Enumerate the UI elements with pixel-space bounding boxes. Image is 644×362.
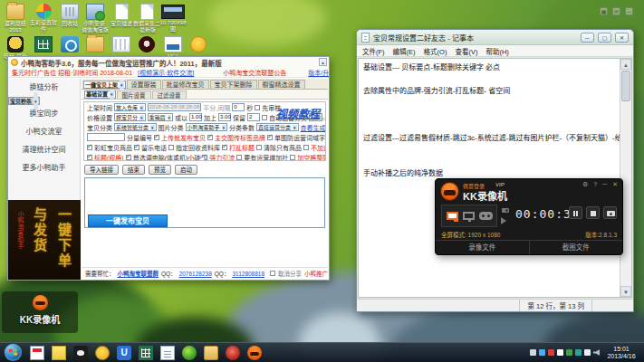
- collapse-button[interactable]: ▴: [319, 58, 327, 66]
- kk-title-bar[interactable]: 佩意登录 VIP KK录像机 ⚙ ? ─ ✕: [436, 179, 622, 203]
- tab-showcase[interactable]: 橱窗精选设置: [258, 80, 305, 89]
- menu-edit[interactable]: 编辑(E): [393, 46, 416, 56]
- multiplier-input[interactable]: 1.00: [189, 113, 202, 121]
- sidebar-item-chatroom[interactable]: 小鸭交流室: [8, 123, 80, 141]
- desktop-icon-installer[interactable]: 小鸭安装·诚信淘宝版: [82, 4, 109, 33]
- space-checkbox[interactable]: [290, 155, 295, 160]
- cancel-share-checkbox[interactable]: [270, 271, 275, 276]
- device-checkbox[interactable]: [126, 155, 131, 160]
- tray-icon-3[interactable]: [548, 349, 554, 356]
- taskbar-item-excel[interactable]: [139, 346, 153, 360]
- sidebar-item-more[interactable]: 更多小鸭助手: [8, 159, 80, 177]
- pause-button[interactable]: [569, 206, 582, 219]
- publish-on-upload-checkbox[interactable]: [154, 135, 159, 140]
- sidebar-item-cleanup[interactable]: 清理统计空间: [8, 141, 80, 159]
- tab-one-key-publish[interactable]: 一键宝贝上架: [83, 81, 126, 89]
- desktop-icon-textfile-2[interactable]: 数据采集二·最新版: [133, 4, 160, 33]
- taskbar-item-kk-recorder[interactable]: [247, 346, 262, 360]
- fullscreen-mode-icon[interactable]: [447, 212, 458, 220]
- tray-icon-2[interactable]: [539, 349, 545, 356]
- promo-banner[interactable]: 小鸭淘客助手 与发货 一键下单: [8, 200, 81, 280]
- contact-link[interactable]: 版本/升级小鸭淘宝管联系: [308, 68, 329, 77]
- batch-no-input[interactable]: [87, 133, 125, 141]
- desktop-icon-textfile-1[interactable]: 宝贝描述: [108, 4, 135, 27]
- seconds-input[interactable]: 0: [232, 103, 245, 111]
- price-mode-select[interactable]: 按宝贝分: [114, 113, 146, 121]
- minimize-icon[interactable]: ─: [602, 181, 607, 188]
- tray-network-icon[interactable]: [584, 349, 591, 356]
- tray-volume-icon[interactable]: [593, 349, 600, 356]
- tray-icon-6[interactable]: [575, 349, 582, 356]
- menu-view[interactable]: 查看(V): [455, 46, 477, 56]
- taskbar-item-explorer[interactable]: [204, 346, 218, 360]
- tray-icon-4[interactable]: [557, 349, 563, 356]
- shuffle-title-checkbox[interactable]: [222, 145, 227, 150]
- desktop-icon-recycle-bin[interactable]: 回收站: [56, 4, 83, 27]
- duck-share-link[interactable]: 小鸭推广: [304, 269, 328, 278]
- start-button[interactable]: 启动: [175, 165, 197, 175]
- one-key-publish-button[interactable]: 一键发布宝贝: [88, 214, 168, 227]
- desktop-icon-folder-report[interactable]: 返利总结2013: [2, 4, 29, 33]
- sidebar-item-seckill[interactable]: 宝贝秒杀: [8, 97, 40, 105]
- webcam-icon[interactable]: [502, 208, 509, 213]
- close-button[interactable]: ✕: [615, 33, 629, 43]
- review-checkbox[interactable]: [255, 105, 260, 110]
- subtab-basic[interactable]: 基础设置: [84, 90, 116, 99]
- spec-title-checkbox[interactable]: [87, 155, 92, 160]
- speaker-icon[interactable]: [501, 217, 510, 224]
- settings-gear-icon[interactable]: ⚙: [582, 181, 588, 188]
- subtab-filter[interactable]: 过滤设置: [152, 90, 187, 99]
- qq1-link[interactable]: 2076128238: [179, 271, 212, 277]
- minimize-button[interactable]: ─: [581, 33, 594, 43]
- window-mode-icon[interactable]: [463, 212, 475, 220]
- ops-add-checkbox[interactable]: [236, 155, 242, 160]
- word-guard-checkbox[interactable]: [267, 135, 273, 140]
- desktop-icon-excel[interactable]: [30, 36, 57, 52]
- desktop-icon-pinwheel[interactable]: 五彩设置软件: [30, 4, 57, 32]
- video-tutorial-link[interactable]: 视频教程: [276, 105, 320, 120]
- category-select[interactable]: 系统智能分类: [114, 123, 157, 131]
- auto-category-checkbox[interactable]: [262, 115, 267, 120]
- help-icon[interactable]: ?: [593, 181, 597, 188]
- tab-batch-edit[interactable]: 批量修改宝贝: [162, 80, 209, 89]
- desktop-icon-folder-2[interactable]: [82, 36, 109, 52]
- taskbar-clock[interactable]: 15:01 2013/4/16: [602, 346, 640, 360]
- notepad-title-bar[interactable]: 宝贝常规设置二好友志 - 记事本 ─ ▢ ✕: [357, 30, 633, 45]
- taskbar-item-notepad[interactable]: [160, 346, 175, 360]
- count-select[interactable]: 直接运营分类: [256, 123, 299, 131]
- desktop-icon-ninja[interactable]: [133, 36, 160, 52]
- grid-icon[interactable]: ▦: [600, 7, 608, 15]
- keep-input[interactable]: 2: [247, 113, 260, 121]
- snapshot-button[interactable]: [603, 206, 617, 219]
- tray-icon-1[interactable]: [530, 349, 536, 356]
- view-category-link[interactable]: 查看生成分类请点击: [301, 123, 325, 132]
- item-list-panel[interactable]: 一键发布宝贝: [84, 177, 325, 228]
- desktop-icon-screenshot[interactable]: 10.700X98图: [159, 5, 187, 32]
- menu-help[interactable]: 帮助(H): [485, 46, 508, 56]
- menu-format[interactable]: 格式(O): [424, 46, 447, 56]
- maximize-button[interactable]: ▢: [598, 33, 611, 43]
- taskbar-item-duck-assistant[interactable]: [95, 346, 110, 360]
- mail-icon[interactable]: ✉: [612, 7, 620, 15]
- subtab-image[interactable]: 图片设置: [117, 90, 151, 99]
- close-icon[interactable]: ✕: [612, 181, 618, 188]
- taskbar-item-wangwang[interactable]: [73, 346, 88, 360]
- preview-button[interactable]: 预览: [149, 165, 171, 175]
- desktop-icon-duck[interactable]: [185, 36, 212, 52]
- addition-input[interactable]: 3.00: [218, 113, 231, 121]
- datetime-input[interactable]: 2018-08-28 08:28:08: [148, 103, 202, 111]
- time-mode-select[interactable]: 放入仓库: [114, 103, 146, 111]
- phone-checkbox[interactable]: [134, 145, 139, 150]
- price-op-select[interactable]: 乘销后: [148, 113, 174, 121]
- import-links-button[interactable]: 导入链接: [84, 165, 119, 175]
- taskbar-item-sticky-note[interactable]: [52, 346, 66, 360]
- title-bar[interactable]: 小鸭淘客助手3.6，服务每一位做淘宝运营推广的人！2011，最新版: [8, 57, 329, 68]
- desktop-icon-share-app[interactable]: [56, 36, 83, 52]
- taskbar-item-u-app[interactable]: U: [117, 346, 131, 360]
- stop-button[interactable]: [586, 206, 600, 219]
- desktop-icon-books[interactable]: [108, 36, 135, 52]
- start-button[interactable]: [5, 344, 22, 361]
- stop-button[interactable]: 结束: [122, 165, 145, 175]
- brand-tag-checkbox[interactable]: [207, 135, 213, 140]
- qq2-link[interactable]: 3112808818: [232, 271, 264, 277]
